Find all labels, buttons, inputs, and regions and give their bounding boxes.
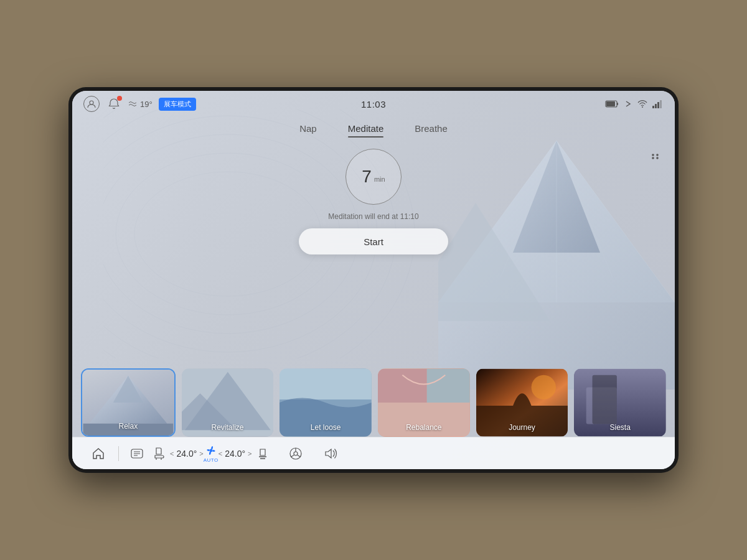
tab-nap[interactable]: Nap xyxy=(299,123,317,138)
svg-point-39 xyxy=(531,375,555,399)
card-journey-label: Journey xyxy=(476,423,568,432)
cards-row: Relax Revitalize xyxy=(72,368,675,437)
card-journey[interactable]: Journey xyxy=(476,368,568,437)
temp-left-control[interactable]: < 24.0° > xyxy=(170,449,204,459)
notification-badge xyxy=(117,96,122,101)
tab-meditate[interactable]: Meditate xyxy=(348,123,384,138)
fan-auto-label: AUTO xyxy=(204,457,218,463)
card-rebalance-label: Rebalance xyxy=(378,423,470,432)
more-options-button[interactable] xyxy=(651,149,664,162)
temp-right-value: 24.0° xyxy=(225,449,245,459)
car-screen: 19° 展车模式 11:03 xyxy=(68,87,679,473)
svg-point-51 xyxy=(294,452,298,455)
bluetooth-icon xyxy=(624,99,632,109)
svg-rect-36 xyxy=(378,369,427,403)
mode-badge[interactable]: 展车模式 xyxy=(159,98,196,111)
svg-rect-21 xyxy=(657,102,659,108)
svg-rect-42 xyxy=(593,375,617,424)
svg-point-23 xyxy=(652,154,654,156)
timer-circle[interactable]: 7 min xyxy=(345,149,402,205)
signal-icon xyxy=(652,100,664,108)
svg-rect-22 xyxy=(660,100,662,108)
card-letloose-label: Let loose xyxy=(280,423,372,432)
card-letloose[interactable]: Let loose xyxy=(280,368,372,437)
hvac-button[interactable] xyxy=(125,446,149,462)
card-revitalize[interactable]: Revitalize xyxy=(182,368,274,437)
seat-heat-button[interactable] xyxy=(252,444,273,463)
card-siesta-label: Siesta xyxy=(574,423,666,432)
temp-right-decrease[interactable]: < xyxy=(218,450,222,457)
svg-point-24 xyxy=(656,154,659,156)
fan-button[interactable]: AUTO xyxy=(204,444,218,463)
user-icon[interactable] xyxy=(83,96,100,112)
card-siesta[interactable]: Siesta xyxy=(574,368,666,437)
card-relax[interactable]: Relax xyxy=(81,368,176,437)
temp-left-value: 24.0° xyxy=(176,449,197,459)
temp-right-control[interactable]: < 24.0° > xyxy=(218,449,252,459)
bottom-nav: < 24.0° > AUTO < 24.0° > xyxy=(72,437,675,469)
svg-rect-16 xyxy=(606,101,615,106)
steering-button[interactable] xyxy=(283,444,308,464)
weather-temp: 19° xyxy=(128,100,153,109)
svg-rect-20 xyxy=(655,104,657,108)
svg-line-54 xyxy=(297,455,300,457)
tabs-container: Nap Meditate Breathe xyxy=(299,123,448,138)
timer-unit: min xyxy=(374,175,385,183)
battery-icon xyxy=(605,100,619,108)
volume-button[interactable] xyxy=(318,446,343,462)
tab-breathe[interactable]: Breathe xyxy=(415,123,448,138)
card-revitalize-label: Revitalize xyxy=(182,423,274,432)
svg-point-14 xyxy=(90,101,93,105)
meditation-end-note: Meditation will end at 11:10 xyxy=(328,212,418,221)
home-button[interactable] xyxy=(85,447,112,460)
nav-right-controls xyxy=(252,444,343,464)
seat-button[interactable] xyxy=(149,444,170,463)
svg-line-53 xyxy=(291,455,294,457)
status-left: 19° 展车模式 xyxy=(83,96,354,112)
svg-rect-37 xyxy=(427,369,470,403)
notification-icon[interactable] xyxy=(106,96,122,112)
card-rebalance[interactable]: Rebalance xyxy=(378,368,470,437)
svg-point-18 xyxy=(642,106,643,108)
svg-rect-17 xyxy=(617,103,618,105)
nav-divider-1 xyxy=(118,446,119,461)
card-relax-label: Relax xyxy=(82,422,174,431)
screen-content: 19° 展车模式 11:03 xyxy=(72,91,675,469)
timer-value: 7 xyxy=(362,167,372,187)
clock: 11:03 xyxy=(361,99,386,110)
wifi-icon xyxy=(637,100,647,108)
start-button[interactable]: Start xyxy=(299,228,448,254)
status-right xyxy=(393,99,664,109)
svg-rect-19 xyxy=(652,106,654,108)
temp-left-decrease[interactable]: < xyxy=(170,450,174,457)
status-bar: 19° 展车模式 11:03 xyxy=(72,91,675,117)
svg-point-49 xyxy=(209,449,212,452)
svg-point-26 xyxy=(656,157,659,159)
svg-point-25 xyxy=(652,157,654,159)
